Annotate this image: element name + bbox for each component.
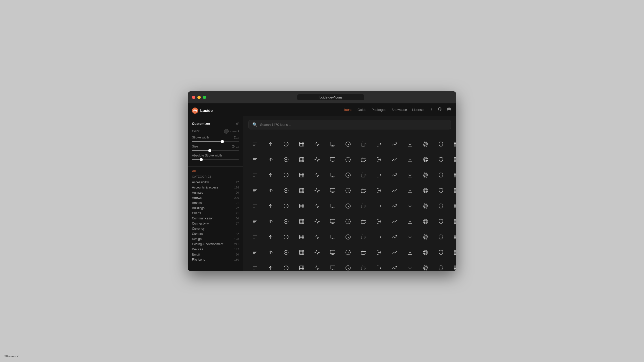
- icon-cell[interactable]: [403, 230, 417, 244]
- icon-cell[interactable]: [295, 184, 308, 197]
- icon-cell[interactable]: [326, 184, 339, 197]
- icon-cell[interactable]: [341, 246, 355, 259]
- icon-cell[interactable]: [295, 246, 308, 259]
- theme-toggle-icon[interactable]: ☽: [429, 107, 432, 112]
- icon-cell[interactable]: [326, 215, 339, 228]
- icon-cell[interactable]: [372, 184, 386, 197]
- icon-cell[interactable]: [403, 168, 417, 182]
- icon-cell[interactable]: [264, 153, 277, 166]
- icon-cell[interactable]: [295, 153, 308, 166]
- close-button[interactable]: [192, 96, 195, 99]
- icon-cell[interactable]: [357, 261, 370, 271]
- icon-cell[interactable]: [372, 246, 386, 259]
- icon-cell[interactable]: [295, 137, 308, 151]
- icon-cell[interactable]: [248, 230, 262, 244]
- abs-thumb[interactable]: [200, 158, 203, 161]
- refresh-icon[interactable]: ↺: [236, 122, 239, 126]
- nav-item[interactable]: Communication50: [192, 216, 239, 221]
- nav-item[interactable]: Accounts & access176: [192, 185, 239, 190]
- icon-cell[interactable]: [279, 153, 293, 166]
- icon-cell[interactable]: [310, 246, 324, 259]
- url-input[interactable]: [297, 94, 364, 100]
- icon-cell[interactable]: [279, 246, 293, 259]
- icon-cell[interactable]: [388, 215, 401, 228]
- icon-cell[interactable]: [295, 199, 308, 213]
- icon-cell[interactable]: [450, 261, 456, 271]
- icon-cell[interactable]: [388, 153, 401, 166]
- icon-cell[interactable]: [419, 184, 432, 197]
- nav-packages[interactable]: Packages: [372, 108, 386, 112]
- icon-cell[interactable]: [388, 230, 401, 244]
- icon-cell[interactable]: [450, 168, 456, 182]
- nav-item[interactable]: Cursors32: [192, 231, 239, 236]
- icon-cell[interactable]: [248, 184, 262, 197]
- icon-cell[interactable]: [248, 199, 262, 213]
- icon-cell[interactable]: [279, 230, 293, 244]
- icon-cell[interactable]: [326, 261, 339, 271]
- icon-cell[interactable]: [248, 246, 262, 259]
- icon-cell[interactable]: [341, 168, 355, 182]
- icon-cell[interactable]: [450, 246, 456, 259]
- nav-item[interactable]: Buildings22: [192, 205, 239, 211]
- icon-cell[interactable]: [295, 168, 308, 182]
- icon-cell[interactable]: [264, 261, 277, 271]
- icon-cell[interactable]: [279, 137, 293, 151]
- icon-cell[interactable]: [326, 168, 339, 182]
- icon-cell[interactable]: [434, 153, 448, 166]
- icon-cell[interactable]: [372, 168, 386, 182]
- icon-cell[interactable]: [388, 184, 401, 197]
- icon-cell[interactable]: [310, 137, 324, 151]
- icon-cell[interactable]: [403, 184, 417, 197]
- icon-cell[interactable]: [279, 261, 293, 271]
- icon-cell[interactable]: [310, 215, 324, 228]
- nav-all[interactable]: All: [192, 169, 239, 173]
- icon-cell[interactable]: [295, 230, 308, 244]
- icon-cell[interactable]: [403, 199, 417, 213]
- minimize-button[interactable]: [197, 96, 201, 99]
- icon-cell[interactable]: [341, 153, 355, 166]
- color-swatch[interactable]: current: [224, 129, 239, 134]
- icon-cell[interactable]: [279, 168, 293, 182]
- icon-cell[interactable]: [403, 215, 417, 228]
- icon-cell[interactable]: [434, 215, 448, 228]
- icon-cell[interactable]: [372, 215, 386, 228]
- icon-cell[interactable]: [388, 168, 401, 182]
- icon-cell[interactable]: [372, 199, 386, 213]
- icon-cell[interactable]: [341, 184, 355, 197]
- icon-cell[interactable]: [248, 153, 262, 166]
- icon-cell[interactable]: [419, 246, 432, 259]
- nav-item[interactable]: Arrows200: [192, 195, 239, 200]
- icon-cell[interactable]: [388, 137, 401, 151]
- icon-cell[interactable]: [264, 184, 277, 197]
- icon-cell[interactable]: [310, 199, 324, 213]
- icon-cell[interactable]: [357, 230, 370, 244]
- icon-cell[interactable]: [419, 199, 432, 213]
- icon-cell[interactable]: [372, 137, 386, 151]
- icon-cell[interactable]: [403, 261, 417, 271]
- nav-item[interactable]: Brands21: [192, 200, 239, 205]
- icon-cell[interactable]: [326, 246, 339, 259]
- icon-cell[interactable]: [341, 230, 355, 244]
- icon-cell[interactable]: [403, 246, 417, 259]
- icon-cell[interactable]: [357, 137, 370, 151]
- icon-cell[interactable]: [264, 199, 277, 213]
- icon-cell[interactable]: [326, 230, 339, 244]
- icon-cell[interactable]: [310, 230, 324, 244]
- icon-cell[interactable]: [279, 215, 293, 228]
- icon-cell[interactable]: [419, 153, 432, 166]
- stroke-slider[interactable]: [192, 141, 239, 142]
- icon-cell[interactable]: [310, 153, 324, 166]
- nav-item[interactable]: Design128: [192, 236, 239, 242]
- icon-cell[interactable]: [434, 199, 448, 213]
- icon-cell[interactable]: [419, 168, 432, 182]
- icon-cell[interactable]: [434, 184, 448, 197]
- icon-cell[interactable]: [372, 230, 386, 244]
- icon-cell[interactable]: [434, 168, 448, 182]
- icon-cell[interactable]: [264, 246, 277, 259]
- icon-cell[interactable]: [248, 215, 262, 228]
- discord-icon[interactable]: [447, 107, 451, 112]
- icon-cell[interactable]: [310, 184, 324, 197]
- size-slider[interactable]: [192, 150, 239, 151]
- github-icon[interactable]: [438, 107, 442, 112]
- icon-cell[interactable]: [341, 137, 355, 151]
